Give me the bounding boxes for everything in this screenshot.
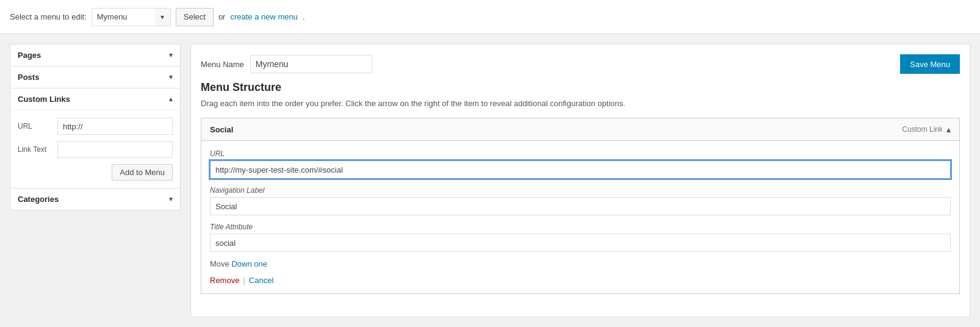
cancel-link[interactable]: Cancel — [249, 276, 273, 285]
collapse-icon[interactable]: ▴ — [946, 124, 951, 134]
move-text: Move — [210, 259, 229, 268]
posts-arrow-icon: ▾ — [169, 73, 173, 81]
menu-item-body: URL Navigation Label Title Attribute Mov… — [201, 141, 959, 293]
menu-item-card: Social Custom Link ▴ URL Navigation Labe… — [201, 118, 960, 294]
add-to-menu-button[interactable]: Add to Menu — [112, 164, 173, 181]
link-text-input[interactable] — [57, 141, 173, 158]
or-text: or — [218, 12, 226, 21]
pages-label: Pages — [18, 51, 41, 60]
move-down-link[interactable]: Down one — [231, 259, 267, 268]
custom-links-content: URL Link Text Add to Menu — [10, 110, 180, 188]
menu-structure-desc: Drag each item into the order you prefer… — [201, 99, 960, 108]
select-button[interactable]: Select — [176, 8, 214, 26]
title-attr-input[interactable] — [210, 234, 951, 252]
add-to-menu-row: Add to Menu — [18, 164, 173, 181]
categories-label: Categories — [18, 195, 59, 204]
item-url-label: URL — [210, 149, 951, 158]
menu-select-wrapper[interactable]: Mymenu — [92, 8, 171, 26]
pages-arrow-icon: ▾ — [169, 51, 173, 59]
create-new-menu-link[interactable]: create a new menu — [230, 12, 298, 21]
menu-item-title: Social — [210, 125, 233, 134]
menu-name-input[interactable] — [250, 55, 372, 73]
menu-item-type-label: Custom Link — [902, 125, 943, 134]
move-row: Move Down one — [210, 259, 951, 268]
action-row: Remove | Cancel — [210, 276, 951, 285]
menu-name-label: Menu Name — [201, 60, 244, 69]
accordion-custom-links: Custom Links ▴ URL Link Text Add to Menu — [10, 88, 181, 189]
accordion-categories: Categories ▾ — [10, 189, 181, 210]
url-field-group: URL — [210, 149, 951, 179]
url-input[interactable] — [57, 118, 173, 135]
content-header: Menu Name Save Menu — [201, 54, 960, 74]
content-area: Menu Name Save Menu Menu Structure Drag … — [190, 44, 970, 317]
remove-link[interactable]: Remove — [210, 276, 239, 285]
url-row: URL — [18, 118, 173, 135]
link-text-field-label: Link Text — [18, 145, 57, 154]
title-attr-label: Title Attribute — [210, 223, 951, 231]
posts-label: Posts — [18, 73, 39, 82]
menu-item-type-area: Custom Link ▴ — [902, 124, 951, 134]
nav-label-input[interactable] — [210, 197, 951, 215]
accordion-header-posts[interactable]: Posts ▾ — [10, 66, 180, 88]
menu-name-row: Menu Name — [201, 55, 372, 73]
nav-label-label: Navigation Label — [210, 186, 951, 195]
menu-structure-title: Menu Structure — [201, 81, 960, 94]
accordion-header-custom-links[interactable]: Custom Links ▴ — [10, 88, 180, 110]
item-url-input[interactable] — [210, 160, 951, 179]
period: . — [303, 12, 305, 21]
accordion-posts: Posts ▾ — [10, 66, 181, 88]
link-text-row: Link Text — [18, 141, 173, 158]
save-menu-button[interactable]: Save Menu — [900, 54, 960, 74]
title-attr-field-group: Title Attribute — [210, 223, 951, 252]
custom-links-label: Custom Links — [18, 95, 70, 104]
sidebar: Pages ▾ Posts ▾ Custom Links ▴ URL — [10, 44, 181, 317]
menu-item-header: Social Custom Link ▴ — [201, 118, 959, 141]
accordion-header-pages[interactable]: Pages ▾ — [10, 45, 180, 66]
url-field-label: URL — [18, 122, 57, 131]
categories-arrow-icon: ▾ — [169, 195, 173, 203]
accordion-header-categories[interactable]: Categories ▾ — [10, 189, 180, 210]
action-separator: | — [243, 276, 245, 285]
select-menu-label: Select a menu to edit: — [10, 12, 87, 21]
nav-label-field-group: Navigation Label — [210, 186, 951, 215]
menu-select[interactable]: Mymenu — [92, 8, 171, 26]
accordion-pages: Pages ▾ — [10, 44, 181, 66]
top-bar: Select a menu to edit: Mymenu Select or … — [0, 0, 980, 34]
main-layout: Pages ▾ Posts ▾ Custom Links ▴ URL — [0, 34, 980, 327]
custom-links-arrow-icon: ▴ — [169, 95, 173, 103]
